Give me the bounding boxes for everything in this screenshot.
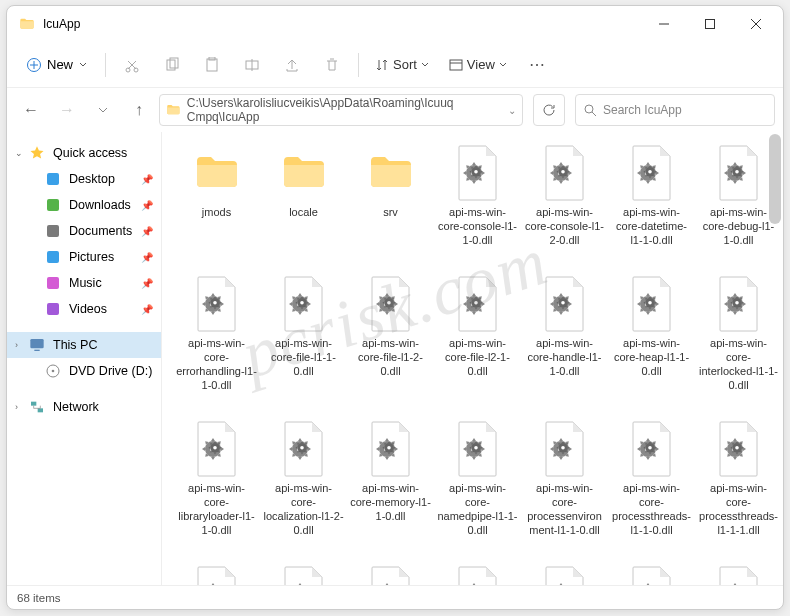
folder-item[interactable]: locale bbox=[261, 144, 346, 247]
new-button[interactable]: New bbox=[17, 53, 97, 76]
up-button[interactable]: ↑ bbox=[123, 94, 155, 126]
view-button[interactable]: View bbox=[441, 53, 515, 76]
file-label: api-ms-win-core-errorhandling-l1-1-0.dll bbox=[174, 337, 259, 392]
dll-icon bbox=[364, 275, 418, 333]
file-item[interactable]: api-ms-win-core-errorhandling-l1-1-0.dll bbox=[174, 275, 259, 392]
file-item[interactable]: api-ms-win-core-timezone-l1-1-0.dll bbox=[696, 565, 781, 585]
refresh-button[interactable] bbox=[533, 94, 565, 126]
dll-icon bbox=[625, 275, 679, 333]
file-item[interactable]: api-ms-win-core-rtlsupport-l1-1-0.dll bbox=[261, 565, 346, 585]
plus-icon bbox=[27, 58, 41, 72]
sidebar-item-pictures[interactable]: Pictures📌 bbox=[7, 244, 161, 270]
sidebar-item-music[interactable]: Music📌 bbox=[7, 270, 161, 296]
sidebar-network[interactable]: › Network bbox=[7, 394, 161, 420]
pin-icon: 📌 bbox=[141, 304, 153, 315]
network-icon bbox=[29, 399, 45, 415]
file-item[interactable]: api-ms-win-core-processenvironment-l1-1-… bbox=[522, 420, 607, 537]
file-label: api-ms-win-core-processenvironment-l1-1-… bbox=[522, 482, 607, 537]
file-label: api-ms-win-core-processthreads-l1-1-1.dl… bbox=[696, 482, 781, 537]
dll-icon bbox=[625, 565, 679, 585]
delete-button[interactable] bbox=[314, 47, 350, 83]
file-item[interactable]: api-ms-win-core-file-l2-1-0.dll bbox=[435, 275, 520, 392]
desktop-icon bbox=[45, 171, 61, 187]
dll-icon bbox=[712, 275, 766, 333]
cut-button[interactable] bbox=[114, 47, 150, 83]
file-view[interactable]: jmodslocalesrvapi-ms-win-core-console-l1… bbox=[162, 132, 783, 585]
maximize-button[interactable] bbox=[687, 8, 733, 40]
file-label: api-ms-win-core-file-l2-1-0.dll bbox=[435, 337, 520, 378]
address-bar[interactable]: C:\Users\karolisliucveikis\AppData\Roami… bbox=[159, 94, 523, 126]
more-button[interactable]: ⋯ bbox=[519, 47, 555, 83]
path-text: C:\Users\karolisliucveikis\AppData\Roami… bbox=[187, 96, 502, 124]
sidebar-item-label: Downloads bbox=[69, 198, 131, 212]
doc-icon bbox=[45, 223, 61, 239]
file-label: api-ms-win-core-namedpipe-l1-1-0.dll bbox=[435, 482, 520, 537]
sidebar-item-desktop[interactable]: Desktop📌 bbox=[7, 166, 161, 192]
file-item[interactable]: api-ms-win-core-console-l1-1-0.dll bbox=[435, 144, 520, 247]
file-item[interactable]: api-ms-win-core-processthreads-l1-1-0.dl… bbox=[609, 420, 694, 537]
file-item[interactable]: api-ms-win-core-synch-l1-2-0.dll bbox=[522, 565, 607, 585]
rename-button[interactable] bbox=[234, 47, 270, 83]
paste-button[interactable] bbox=[194, 47, 230, 83]
minimize-button[interactable] bbox=[641, 8, 687, 40]
dll-icon bbox=[451, 144, 505, 202]
download-icon bbox=[45, 197, 61, 213]
video-icon bbox=[45, 301, 61, 317]
close-button[interactable] bbox=[733, 8, 779, 40]
sidebar-dvd[interactable]: DVD Drive (D:) CCCC bbox=[7, 358, 161, 384]
file-label: api-ms-win-core-handle-l1-1-0.dll bbox=[522, 337, 607, 378]
file-item[interactable]: api-ms-win-core-libraryloader-l1-1-0.dll bbox=[174, 420, 259, 537]
sort-button[interactable]: Sort bbox=[367, 53, 437, 76]
chevron-down-icon bbox=[421, 61, 429, 69]
file-item[interactable]: api-ms-win-core-handle-l1-1-0.dll bbox=[522, 275, 607, 392]
svg-rect-23 bbox=[47, 225, 59, 237]
file-item[interactable]: api-ms-win-core-interlocked-l1-1-0.dll bbox=[696, 275, 781, 392]
dll-icon bbox=[277, 565, 331, 585]
sidebar-item-documents[interactable]: Documents📌 bbox=[7, 218, 161, 244]
file-item[interactable]: api-ms-win-core-file-l1-2-0.dll bbox=[348, 275, 433, 392]
file-label: jmods bbox=[200, 206, 233, 220]
file-item[interactable]: api-ms-win-core-namedpipe-l1-1-0.dll bbox=[435, 420, 520, 537]
dll-icon bbox=[277, 420, 331, 478]
search-input[interactable]: Search IcuApp bbox=[575, 94, 775, 126]
sidebar-this-pc[interactable]: › This PC bbox=[7, 332, 161, 358]
scrollbar[interactable] bbox=[769, 134, 781, 224]
back-button[interactable]: ← bbox=[15, 94, 47, 126]
file-item[interactable]: api-ms-win-core-string-l1-1-0.dll bbox=[348, 565, 433, 585]
file-item[interactable]: api-ms-win-core-console-l1-2-0.dll bbox=[522, 144, 607, 247]
forward-button[interactable]: → bbox=[51, 94, 83, 126]
file-label: api-ms-win-core-heap-l1-1-0.dll bbox=[609, 337, 694, 378]
dll-icon bbox=[190, 420, 244, 478]
chevron-down-icon[interactable]: ⌄ bbox=[508, 105, 516, 116]
chevron-down-icon[interactable]: ⌄ bbox=[15, 148, 23, 158]
folder-item[interactable]: jmods bbox=[174, 144, 259, 247]
dll-icon bbox=[451, 420, 505, 478]
chevron-right-icon[interactable]: › bbox=[15, 340, 18, 350]
titlebar: IcuApp bbox=[7, 6, 783, 42]
file-label: api-ms-win-core-memory-l1-1-0.dll bbox=[348, 482, 433, 523]
file-item[interactable]: api-ms-win-core-localization-l1-2-0.dll bbox=[261, 420, 346, 537]
dll-icon bbox=[538, 144, 592, 202]
dll-icon bbox=[538, 275, 592, 333]
copy-button[interactable] bbox=[154, 47, 190, 83]
file-item[interactable]: api-ms-win-core-memory-l1-1-0.dll bbox=[348, 420, 433, 537]
dll-icon bbox=[625, 144, 679, 202]
sidebar: ⌄ Quick access Desktop📌Downloads📌Documen… bbox=[7, 132, 162, 585]
file-item[interactable]: api-ms-win-core-synch-l1-1-0.dll bbox=[435, 565, 520, 585]
sidebar-item-label: Desktop bbox=[69, 172, 115, 186]
quick-access-header[interactable]: ⌄ Quick access bbox=[7, 140, 161, 166]
dll-icon bbox=[712, 420, 766, 478]
file-item[interactable]: api-ms-win-core-sysinfo-l1-1-0.dll bbox=[609, 565, 694, 585]
file-item[interactable]: api-ms-win-core-processthreads-l1-1-1.dl… bbox=[696, 420, 781, 537]
file-item[interactable]: api-ms-win-core-datetime-l1-1-0.dll bbox=[609, 144, 694, 247]
sidebar-item-videos[interactable]: Videos📌 bbox=[7, 296, 161, 322]
chevron-right-icon[interactable]: › bbox=[15, 402, 18, 412]
folder-item[interactable]: srv bbox=[348, 144, 433, 247]
file-item[interactable]: api-ms-win-core-file-l1-1-0.dll bbox=[261, 275, 346, 392]
sidebar-item-downloads[interactable]: Downloads📌 bbox=[7, 192, 161, 218]
file-item[interactable]: api-ms-win-core-profile-l1-1-0.dll bbox=[174, 565, 259, 585]
new-label: New bbox=[47, 57, 73, 72]
recent-button[interactable] bbox=[87, 94, 119, 126]
file-item[interactable]: api-ms-win-core-heap-l1-1-0.dll bbox=[609, 275, 694, 392]
share-button[interactable] bbox=[274, 47, 310, 83]
